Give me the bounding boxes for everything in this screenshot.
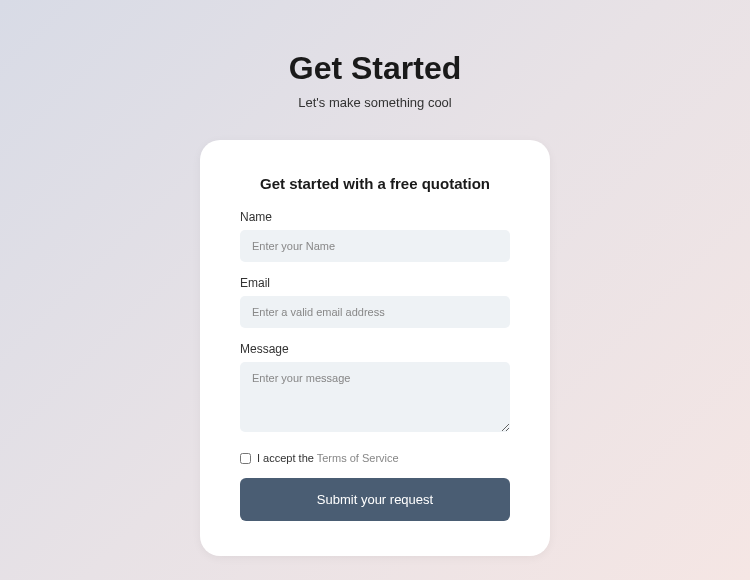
terms-label: I accept the Terms of Service [257, 452, 399, 464]
terms-checkbox[interactable] [240, 453, 251, 464]
email-label: Email [240, 276, 510, 290]
quotation-form-card: Get started with a free quotation Name E… [200, 140, 550, 556]
message-group: Message [240, 342, 510, 436]
name-label: Name [240, 210, 510, 224]
name-input[interactable] [240, 230, 510, 262]
submit-button[interactable]: Submit your request [240, 478, 510, 521]
email-input[interactable] [240, 296, 510, 328]
terms-prefix: I accept the [257, 452, 317, 464]
message-label: Message [240, 342, 510, 356]
page-subtitle: Let's make something cool [298, 95, 452, 110]
terms-row: I accept the Terms of Service [240, 452, 510, 464]
page-title: Get Started [289, 50, 461, 87]
message-input[interactable] [240, 362, 510, 432]
form-title: Get started with a free quotation [240, 175, 510, 192]
name-group: Name [240, 210, 510, 262]
email-group: Email [240, 276, 510, 328]
terms-link[interactable]: Terms of Service [317, 452, 399, 464]
